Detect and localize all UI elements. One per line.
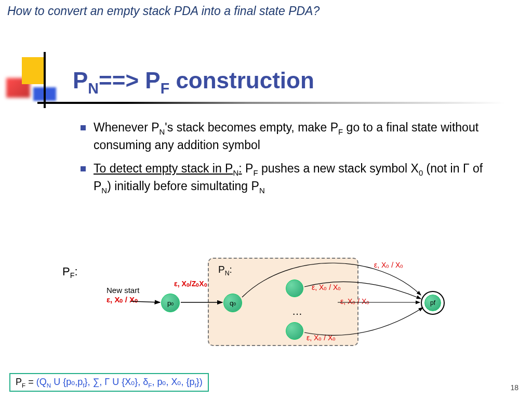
state-pf: pf xyxy=(421,291,445,315)
formula-box: PF = (QN U {p₀,pf}, ∑, Γ U {X₀}, δF, p₀,… xyxy=(9,373,209,392)
transition-label-4: ε, X₀ / X₀ xyxy=(307,334,336,342)
state-ellipsis: … xyxy=(292,305,302,317)
state-p0: p₀ xyxy=(161,294,180,312)
slide-decoration xyxy=(6,57,51,109)
pf-label: PF: xyxy=(62,265,78,280)
pn-label: PN: xyxy=(218,264,232,277)
title-rule xyxy=(37,102,505,104)
state-blank-2 xyxy=(286,322,303,340)
state-blank-1 xyxy=(286,280,303,297)
transition-label-1: ε, X₀ / X₀ xyxy=(312,283,341,291)
bullet-2: To detect empty stack in PN: PF pushes a… xyxy=(78,161,494,196)
bullet-list: Whenever PN's stack becomes empty, make … xyxy=(78,119,494,203)
slide-title: PN==> PF construction xyxy=(73,68,314,97)
top-question: How to convert an empty stack PDA into a… xyxy=(0,0,532,18)
state-q0: q₀ xyxy=(223,294,242,312)
pda-diagram: PF: PN: New start ε, X₀ / X₀ ε, X₀/Z₀X₀ … xyxy=(57,255,473,369)
page-number: 18 xyxy=(510,383,518,392)
transition-label-2: ε, X₀ / X₀ xyxy=(374,261,403,269)
bullet-1: Whenever PN's stack becomes empty, make … xyxy=(78,119,494,153)
new-start-label: New start ε, X₀ / X₀ xyxy=(107,286,139,304)
transition-label-3: ε, X₀ / X₀ xyxy=(340,297,369,305)
transition-label-p0-q0: ε, X₀/Z₀X₀ xyxy=(174,280,207,288)
